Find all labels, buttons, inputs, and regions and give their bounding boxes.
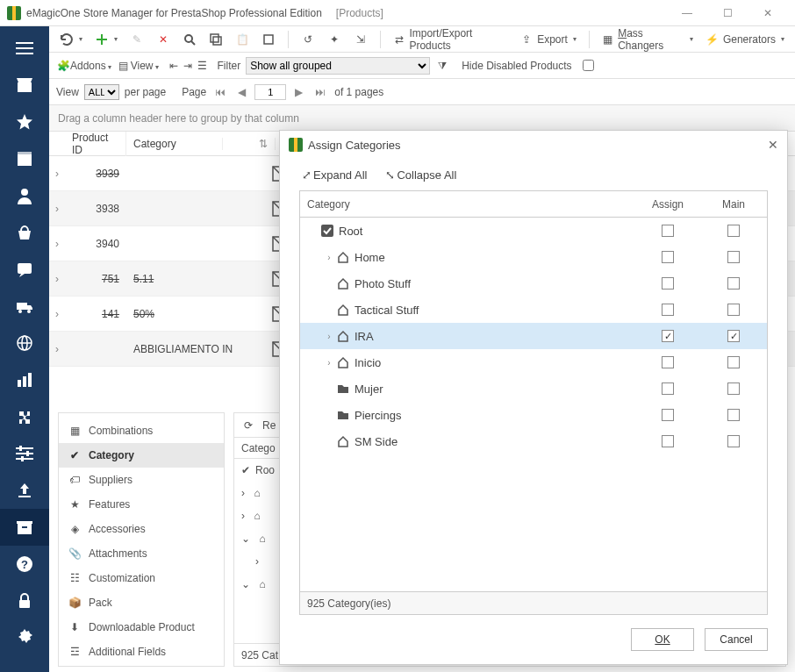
tab-downloadable[interactable]: ⬇Downloadable Product <box>59 615 224 640</box>
filter-select[interactable]: Show all grouped <box>246 57 430 75</box>
dialog-category-row[interactable]: ›IRA✓✓ <box>300 323 767 349</box>
dialog-category-row[interactable]: Piercings <box>300 402 767 428</box>
col-product-id[interactable]: Product ID <box>65 132 126 156</box>
chevron-icon[interactable]: › <box>323 358 335 368</box>
dialog-category-row[interactable]: Mujer <box>300 375 767 402</box>
chevron-icon[interactable]: › <box>323 253 335 262</box>
per-page-select[interactable]: ALL <box>84 84 119 100</box>
export-button[interactable]: ⇪Export▾ <box>516 31 580 48</box>
paste-button[interactable]: 📋 <box>232 31 253 48</box>
dialog-category-row[interactable]: Root <box>300 218 767 244</box>
row-expander[interactable]: › <box>49 308 65 320</box>
chevron-icon[interactable]: › <box>323 332 335 341</box>
dialog-category-row[interactable]: ›Inicio <box>300 349 767 375</box>
dialog-category-row[interactable]: Tactical Stuff <box>300 297 767 323</box>
indent-multi-button[interactable]: ☰ <box>197 60 207 72</box>
refresh-button[interactable]: ▾ <box>56 31 86 48</box>
tab-customization[interactable]: ☷Customization <box>59 566 224 590</box>
view-button[interactable]: ▤View▾ <box>117 59 159 73</box>
page-next-button[interactable]: ▶ <box>291 86 306 98</box>
generators-button[interactable]: ⚡Generators▾ <box>702 31 788 48</box>
tool-a-button[interactable]: ↺ <box>297 31 319 48</box>
expand-all-button[interactable]: ⤢Expand All <box>299 168 367 182</box>
filter-clear-button[interactable]: ⧩ <box>435 59 449 73</box>
assign-checkbox[interactable] <box>662 251 674 263</box>
assign-checkbox[interactable] <box>662 356 674 368</box>
tab-combinations[interactable]: ▦Combinations <box>59 418 224 443</box>
assign-checkbox[interactable] <box>662 409 674 421</box>
row-expander[interactable]: › <box>49 203 65 215</box>
tab-suppliers[interactable]: 🏷Suppliers <box>59 468 224 492</box>
import-export-button[interactable]: ⇄Import/Export Products <box>390 25 511 54</box>
assign-checkbox[interactable] <box>662 435 674 447</box>
main-checkbox[interactable] <box>727 356 740 368</box>
mass-changers-button[interactable]: ▦Mass Changers▾ <box>598 25 697 54</box>
refresh-icon[interactable]: ⟳ <box>241 418 255 433</box>
nav-menu-icon[interactable] <box>0 30 49 67</box>
nav-archive-icon[interactable] <box>0 509 49 546</box>
tab-category[interactable]: ✔Category <box>59 443 224 468</box>
nav-plugin-icon[interactable] <box>0 398 49 435</box>
group-bar[interactable]: Drag a column header here to group by th… <box>49 105 795 132</box>
nav-chat-icon[interactable] <box>0 251 49 288</box>
main-checkbox[interactable] <box>727 277 740 290</box>
page-prev-button[interactable]: ◀ <box>234 86 249 98</box>
edit-button[interactable]: ✎ <box>126 31 147 48</box>
clone-button[interactable] <box>258 31 279 48</box>
addons-button[interactable]: 🧩Addons▾ <box>56 59 111 73</box>
cancel-button[interactable]: Cancel <box>705 628 768 651</box>
nav-lock-icon[interactable] <box>0 583 49 619</box>
page-first-button[interactable]: ⏮ <box>211 86 229 98</box>
collapse-all-button[interactable]: ⤡Collapse All <box>383 168 456 182</box>
window-close-button[interactable]: ✕ <box>748 0 788 26</box>
main-checkbox[interactable]: ✓ <box>727 330 740 342</box>
nav-gear-icon[interactable] <box>0 619 49 656</box>
tool-c-button[interactable]: ⇲ <box>350 31 371 48</box>
page-last-button[interactable]: ⏭ <box>312 86 329 98</box>
page-input[interactable] <box>254 84 286 100</box>
indent-left-button[interactable]: ⇤ <box>169 60 178 72</box>
assign-checkbox[interactable] <box>662 277 674 290</box>
dialog-category-row[interactable]: SM Side <box>300 428 767 454</box>
assign-checkbox[interactable] <box>662 225 674 237</box>
nav-store-icon[interactable] <box>0 67 49 104</box>
col-category[interactable]: Category <box>126 138 223 150</box>
row-expander[interactable]: › <box>49 343 65 355</box>
row-expander[interactable]: › <box>49 238 65 250</box>
tab-attachments[interactable]: 📎Attachments <box>59 541 224 566</box>
main-checkbox[interactable] <box>727 435 740 447</box>
tab-additional[interactable]: ☲Additional Fields <box>59 640 224 664</box>
window-maximize-button[interactable]: ☐ <box>707 0 748 26</box>
tab-accessories[interactable]: ◈Accessories <box>59 517 224 541</box>
hide-disabled-checkbox[interactable] <box>583 60 594 71</box>
nav-sliders-icon[interactable] <box>0 435 49 472</box>
nav-globe-icon[interactable] <box>0 325 49 361</box>
nav-help-icon[interactable]: ? <box>0 546 49 583</box>
nav-chart-icon[interactable] <box>0 361 49 398</box>
add-button[interactable]: ▾ <box>91 31 121 48</box>
window-minimize-button[interactable]: — <box>667 0 707 26</box>
delete-button[interactable]: ✕ <box>153 31 174 48</box>
assign-checkbox[interactable] <box>662 304 674 316</box>
tab-features[interactable]: ★Features <box>59 492 224 517</box>
dialog-category-row[interactable]: ›Home <box>300 244 767 270</box>
tab-pack[interactable]: 📦Pack <box>59 590 224 615</box>
nav-star-icon[interactable] <box>0 104 49 140</box>
nav-basket-icon[interactable] <box>0 214 49 251</box>
assign-checkbox[interactable] <box>662 382 674 395</box>
nav-truck-icon[interactable] <box>0 288 49 325</box>
main-checkbox[interactable] <box>727 225 740 237</box>
dialog-col-category[interactable]: Category <box>307 198 628 211</box>
main-checkbox[interactable] <box>727 251 740 263</box>
nav-upload-icon[interactable] <box>0 472 49 509</box>
row-expander[interactable]: › <box>49 168 65 180</box>
row-expander[interactable]: › <box>49 273 65 285</box>
nav-box-icon[interactable] <box>0 140 49 177</box>
dialog-col-main[interactable]: Main <box>707 198 760 211</box>
dialog-col-assign[interactable]: Assign <box>628 198 707 211</box>
dialog-close-button[interactable]: ✕ <box>768 138 778 152</box>
main-checkbox[interactable] <box>727 304 740 316</box>
search-button[interactable] <box>179 31 200 48</box>
main-checkbox[interactable] <box>727 382 740 395</box>
tool-b-button[interactable]: ✦ <box>324 31 345 48</box>
